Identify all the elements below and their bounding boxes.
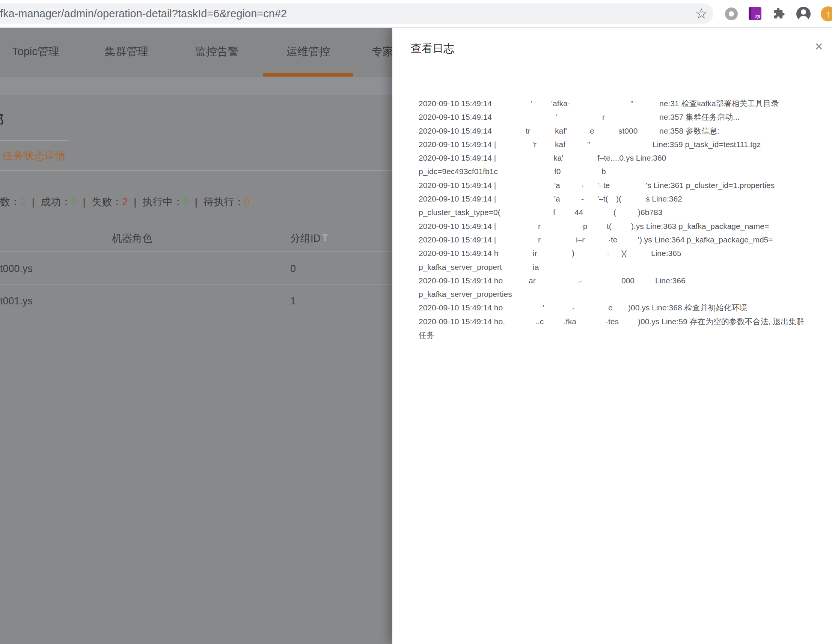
log-segment: s Line:362 [646, 192, 682, 206]
table-cell-group-id: 1 [290, 296, 296, 307]
log-segment: 2020-09-10 15:49:14 [419, 97, 492, 110]
log-segment: 'afka- [551, 97, 570, 110]
log-segment: 000 [621, 274, 635, 288]
log-segment: '–te [597, 179, 610, 192]
log-line: 2020-09-10 15:49:14 |'a-'–t()(s Line:362 [419, 192, 830, 206]
log-line: p_idc=9ec493cf01fb1cf0b [419, 165, 830, 178]
log-segment: - [581, 192, 584, 206]
log-segment: .fka [563, 315, 576, 328]
log-segment: 2020-09-10 15:49:14 ho. [419, 315, 505, 328]
top-navigation: Topic管理集群管理监控告警运维管控专家 [0, 28, 392, 77]
log-line: 2020-09-10 15:49:14 ho...c.fka·tes)00.ys… [419, 315, 830, 328]
log-segment: Line:365 [651, 246, 682, 260]
log-segment: e [590, 124, 594, 138]
log-segment: ' [531, 97, 533, 110]
log-segment: ) [572, 246, 574, 260]
log-line: 2020-09-10 15:49:14 |r–pt().ys Line:363 … [419, 219, 830, 233]
extensions-puzzle-icon[interactable] [773, 8, 785, 19]
stats-separator: | [134, 196, 137, 208]
log-segment: 2020-09-10 15:49:14 | [419, 179, 496, 192]
log-segment: p_idc=9ec493cf01fb1c [419, 165, 498, 178]
log-line: p_kafka_server_properties [419, 288, 830, 301]
log-line: 2020-09-10 15:49:14 |'a·'–te's Line:361 … [419, 179, 830, 192]
stats-value: 2 [122, 196, 128, 208]
log-segment: f0 [554, 165, 561, 178]
stats-label: 执行中： [143, 196, 183, 208]
active-tab-underline [263, 73, 353, 77]
log-segment: 'r [533, 138, 536, 151]
log-segment: '' [630, 97, 634, 110]
table-cell-group-id: 0 [290, 263, 296, 275]
log-segment: · [581, 179, 584, 192]
stats-value: 2 [20, 196, 26, 208]
browser-update-icon[interactable]: ↑ [821, 6, 832, 21]
table-cell-machine-role: t000.ys [0, 263, 33, 275]
page-subheader-band [0, 77, 392, 95]
stats-label: 失败： [91, 196, 122, 208]
axure-rp-extension-icon[interactable]: rp [749, 7, 762, 20]
log-segment: r [602, 110, 605, 124]
tab-task-status-detail-label: 任务状态详情 [3, 141, 66, 170]
log-segment: ' [542, 301, 544, 315]
log-line: 2020-09-10 15:49:14 hir)·)(Line:365 [419, 246, 830, 260]
log-segment: 'a [554, 179, 560, 192]
log-segment: e [608, 301, 613, 315]
filter-funnel-icon[interactable] [322, 234, 329, 241]
log-segment: ia [533, 260, 539, 274]
log-segment: ·tes [606, 315, 619, 328]
nav-tab-2[interactable]: 监控告警 [195, 44, 239, 59]
log-segment: 2020-09-10 15:49:14 | [419, 233, 496, 246]
log-segment: · [572, 301, 574, 315]
address-bar[interactable]: fka-manager/admin/operation-detail?taskI… [0, 3, 714, 24]
log-segment: 2020-09-10 15:49:14 [419, 110, 492, 124]
log-segment: r [538, 219, 541, 233]
drawer-header-rule [392, 69, 832, 69]
log-segment: –p [579, 219, 587, 233]
log-segment: b [602, 165, 606, 178]
log-segment: 2020-09-10 15:49:14 | [419, 192, 496, 206]
tab-task-status-detail[interactable]: 任务状态详情 [0, 141, 69, 171]
log-segment: ).ys Line:363 p_kafka_package_name= [631, 219, 769, 233]
log-segment: st000 [618, 124, 637, 138]
log-segment: f [553, 206, 555, 219]
log-segment: ..c [535, 315, 544, 328]
log-segment: ·te [608, 233, 618, 246]
log-segment: ir [533, 246, 537, 260]
table-column-header: 分组ID [290, 232, 321, 245]
nav-tab-3-active[interactable]: 运维管控 [286, 44, 330, 59]
stats-separator: | [195, 196, 198, 208]
log-line: 2020-09-10 15:49:14 |ka'f–te....0.ys Lin… [419, 151, 830, 165]
stats-separator: | [83, 196, 86, 208]
log-line: 2020-09-10 15:49:14 |'rkaf''Line:359 p_t… [419, 138, 830, 151]
log-segment: kaf' [555, 124, 567, 138]
log-line: 2020-09-10 15:49:14 hoar.-000Line:366 [419, 274, 830, 288]
log-segment: kaf [555, 138, 565, 151]
browser-chrome: fka-manager/admin/operation-detail?taskI… [0, 0, 832, 28]
log-line: p_cluster_task_type=0(f44()6b783 [419, 206, 830, 219]
nav-tab-1[interactable]: 集群管理 [105, 44, 148, 59]
log-segment: ( [613, 206, 616, 219]
table-column-header: 机器角色 [112, 232, 152, 245]
stats-label: 待执行： [203, 196, 244, 208]
log-segment: ar [529, 274, 536, 288]
nav-tab-0[interactable]: Topic管理 [12, 44, 59, 59]
log-segment: 44 [574, 206, 583, 219]
log-segment: tr [526, 124, 531, 138]
log-segment: 2020-09-10 15:49:14 ho [419, 301, 503, 315]
log-segment: 任务 [419, 328, 434, 342]
address-bar-url[interactable]: fka-manager/admin/operation-detail?taskI… [0, 3, 287, 24]
stats-separator: | [32, 196, 35, 208]
rp-badge-label: rp [755, 13, 760, 19]
log-segment: 's Line:361 p_cluster_id=1.properties [646, 179, 774, 192]
extension-ring-icon[interactable] [725, 8, 738, 20]
nav-tab-4[interactable]: 专家 [372, 44, 392, 59]
log-segment: ka' [554, 151, 563, 165]
log-segment: 2020-09-10 15:49:14 | [419, 151, 496, 165]
log-segment: )00.ys Line:368 检查并初始化环境 [628, 301, 747, 315]
profile-avatar-icon[interactable] [796, 7, 811, 21]
log-segment: )( [616, 192, 621, 206]
close-icon[interactable]: × [810, 38, 828, 56]
drawer-title: 查看日志 [411, 41, 454, 56]
dimmed-page-area: Topic管理集群管理监控告警运维管控专家 部 任务状态详情 数：2|成功：0|… [0, 28, 392, 644]
bookmark-star-icon[interactable]: ☆ [693, 2, 710, 26]
